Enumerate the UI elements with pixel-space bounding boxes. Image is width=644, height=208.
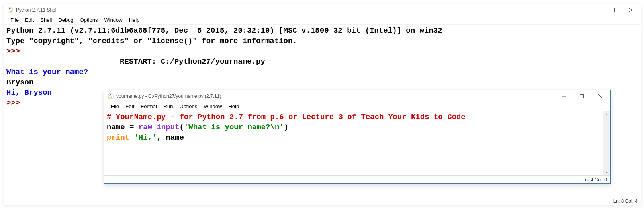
python-idle-icon	[108, 93, 114, 99]
shell-prompt: >>>	[6, 99, 20, 107]
shell-user-input: Bryson	[6, 78, 33, 87]
shell-statusbar: Ln: 8 Col: 4	[4, 197, 641, 205]
menu-options[interactable]: Options	[176, 103, 200, 110]
shell-output-line: Hi, Bryson	[6, 88, 52, 97]
menu-file[interactable]: File	[108, 103, 122, 110]
editor-scrollbar[interactable]: ▴ ▾	[603, 111, 610, 175]
editor-menubar: File Edit Format Run Options Window Help	[104, 102, 610, 111]
editor-title-text: yourname.py - C:/Python27/yourname.py (2…	[116, 93, 554, 99]
shell-line-info: Type "copyright", "credits" or "license(…	[6, 37, 297, 45]
code-name-var: name	[107, 123, 129, 132]
menu-shell[interactable]: Shell	[37, 17, 55, 23]
code-string-arg: 'What is your name?\n'	[184, 123, 284, 132]
shell-window-controls	[585, 4, 640, 16]
code-raw-input: raw_input	[139, 123, 180, 132]
code-print-keyword: print	[107, 133, 129, 142]
editor-titlebar[interactable]: yourname.py - C:/Python27/yourname.py (2…	[104, 90, 610, 102]
minimize-button[interactable]	[554, 90, 573, 102]
code-space	[129, 133, 134, 142]
code-equals: =	[129, 123, 139, 132]
minimize-button[interactable]	[585, 4, 603, 16]
shell-titlebar[interactable]: Python 2.7.11 Shell	[4, 4, 641, 16]
scroll-up-icon[interactable]: ▴	[606, 112, 608, 116]
menu-run[interactable]: Run	[161, 103, 176, 110]
editor-statusbar: Ln: 4 Col: 0	[104, 175, 610, 183]
menu-edit[interactable]: Edit	[122, 103, 137, 110]
code-comment: # YourName.py - for Python 2.7 from p.6 …	[107, 113, 466, 121]
shell-menubar: File Edit Shell Debug Options Window Hel…	[4, 16, 641, 25]
code-hi-string: 'Hi,'	[134, 133, 157, 142]
code-paren-close: )	[284, 123, 288, 132]
text-cursor	[107, 144, 107, 152]
menu-window[interactable]: Window	[101, 17, 125, 23]
maximize-button[interactable]	[603, 4, 622, 16]
code-comma-name: , name	[157, 133, 184, 142]
close-button[interactable]	[591, 90, 609, 102]
menu-window[interactable]: Window	[200, 103, 225, 110]
shell-title-text: Python 2.7.11 Shell	[16, 7, 585, 13]
python-editor-window: yourname.py - C:/Python27/yourname.py (2…	[104, 90, 611, 184]
maximize-button[interactable]	[573, 90, 591, 102]
shell-line-version: Python 2.7.11 (v2.7.11:6d1b6a68f775, Dec…	[6, 26, 442, 35]
code-paren-open: (	[179, 123, 184, 132]
menu-options[interactable]: Options	[77, 17, 101, 23]
menu-debug[interactable]: Debug	[55, 17, 76, 23]
menu-help[interactable]: Help	[225, 103, 242, 110]
menu-help[interactable]: Help	[126, 17, 143, 23]
menu-edit[interactable]: Edit	[22, 17, 37, 23]
editor-code-area[interactable]: # YourName.py - for Python 2.7 from p.6 …	[104, 111, 603, 175]
close-button[interactable]	[622, 4, 640, 16]
shell-cursor-position: Ln: 8 Col: 4	[613, 198, 638, 204]
shell-prompt: >>>	[6, 47, 20, 56]
editor-window-controls	[554, 90, 609, 102]
shell-question-line: What is your name?	[6, 68, 88, 76]
svg-rect-7	[580, 94, 584, 98]
editor-cursor-position: Ln: 4 Col: 0	[583, 177, 607, 183]
menu-format[interactable]: Format	[137, 103, 160, 110]
python-idle-icon	[7, 7, 14, 13]
menu-file[interactable]: File	[7, 17, 22, 23]
svg-rect-2	[611, 8, 615, 12]
shell-restart-line: ======================== RESTART: C:/Pyt…	[6, 57, 379, 66]
scroll-down-icon[interactable]: ▾	[606, 170, 608, 175]
